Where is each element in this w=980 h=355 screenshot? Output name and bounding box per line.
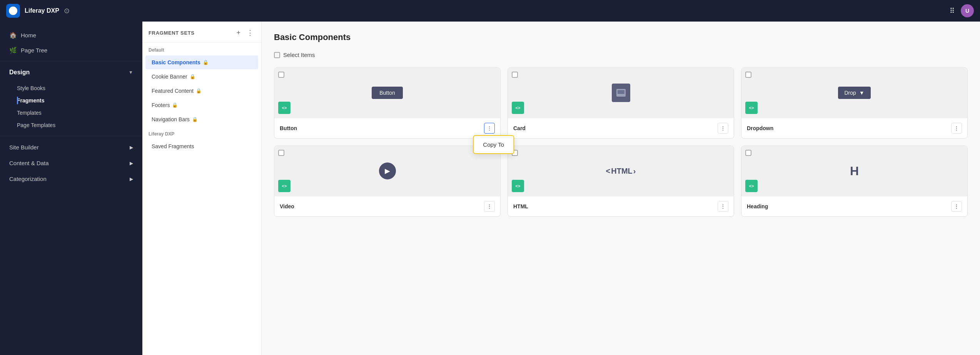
card-dropdown-preview: <> Drop ▼: [741, 68, 967, 118]
home-icon: 🏠: [9, 32, 17, 39]
svg-rect-2: [618, 95, 622, 95]
content-data-label: Content & Data: [9, 160, 49, 166]
button-menu-button[interactable]: ⋮: [484, 123, 495, 134]
select-items-row: Select Items: [274, 52, 968, 58]
active-bar: [17, 97, 18, 104]
sidebar-item-fragments[interactable]: Fragments: [17, 94, 142, 107]
sidebar-item-page-tree-label: Page Tree: [21, 47, 47, 54]
video-menu-button[interactable]: ⋮: [484, 201, 495, 212]
card-video-preview: <> ▶: [274, 146, 500, 196]
footers-label: Footers: [152, 102, 170, 108]
panel-header-title: FRAGMENT SETS: [149, 30, 195, 36]
sidebar-item-site-builder[interactable]: Site Builder ▶: [0, 139, 142, 155]
card-menu-button[interactable]: ⋮: [718, 123, 728, 134]
fragments-item-wrap: Fragments: [17, 94, 142, 107]
sidebar-item-style-books[interactable]: Style Books: [17, 82, 142, 94]
style-books-label: Style Books: [17, 85, 45, 91]
panel-item-navigation-bars[interactable]: Navigation Bars 🔒: [145, 112, 258, 126]
dropdown-card-checkbox[interactable]: [745, 72, 751, 78]
card-card-preview: <>: [508, 68, 734, 118]
video-card-checkbox[interactable]: [278, 150, 284, 156]
panel-section-default: Default: [142, 43, 261, 55]
sidebar-item-page-tree[interactable]: 🌿 Page Tree: [0, 43, 142, 58]
sidebar-item-home[interactable]: 🏠 Home: [0, 28, 142, 43]
heading-card-name: Heading: [747, 203, 768, 209]
panel-header-actions: + ⋮: [235, 28, 255, 38]
html-card-name: HTML: [513, 203, 528, 209]
card-card: <> Card ⋮: [508, 67, 734, 139]
topbar: Liferay DXP ⊙ ⠿ U: [0, 0, 980, 22]
content-data-arrow-icon: ▶: [130, 161, 133, 166]
fragment-set-menu-button[interactable]: ⋮: [245, 28, 255, 38]
video-card-name: Video: [280, 203, 294, 209]
sidebar-design-section[interactable]: Design ▼: [0, 64, 142, 80]
lock-icon-cookie: 🔒: [190, 74, 195, 79]
avatar[interactable]: U: [961, 4, 974, 17]
compass-icon[interactable]: ⊙: [64, 7, 70, 15]
dropdown-menu-button[interactable]: ⋮: [951, 123, 962, 134]
panel-item-footers[interactable]: Footers 🔒: [145, 98, 258, 112]
lock-icon-footers: 🔒: [172, 102, 178, 108]
select-items-label: Select Items: [283, 52, 315, 58]
grid-icon[interactable]: ⠿: [950, 7, 955, 15]
panel-item-saved-fragments[interactable]: Saved Fragments: [145, 139, 258, 153]
card-button-preview: <> Button: [274, 68, 500, 118]
video-code-icon[interactable]: <>: [278, 180, 290, 192]
fragment-sets-panel: FRAGMENT SETS + ⋮ Default Basic Componen…: [142, 22, 262, 355]
cards-grid: <> Button Button ⋮ Copy To <>: [274, 67, 968, 217]
svg-rect-1: [618, 90, 624, 94]
copy-to-popup[interactable]: Copy To: [473, 135, 514, 154]
sidebar-item-templates[interactable]: Templates: [17, 107, 142, 119]
select-all-checkbox[interactable]: [274, 52, 280, 58]
dropdown-preview-label: Drop ▼: [838, 87, 870, 99]
lock-icon-nav: 🔒: [192, 117, 198, 122]
site-builder-label: Site Builder: [9, 144, 39, 151]
heading-code-icon[interactable]: <>: [745, 180, 758, 192]
templates-label: Templates: [17, 110, 42, 116]
card-card-name: Card: [513, 125, 526, 131]
panel-item-featured-content[interactable]: Featured Content 🔒: [145, 84, 258, 98]
dropdown-arrow-icon: ▼: [859, 90, 865, 96]
topbar-right: ⠿ U: [950, 4, 974, 17]
design-chevron-icon: ▼: [129, 70, 133, 75]
card-card-footer: Card ⋮: [508, 118, 734, 138]
navigation-bars-label: Navigation Bars: [152, 116, 190, 122]
categorization-label: Categorization: [9, 176, 47, 182]
cookie-banner-label: Cookie Banner: [152, 74, 187, 80]
html-code-icon[interactable]: <>: [512, 180, 524, 192]
card-preview-icon: [612, 84, 630, 102]
panel-item-cookie-banner[interactable]: Cookie Banner 🔒: [145, 70, 258, 84]
card-card-checkbox[interactable]: [512, 72, 518, 78]
button-card-checkbox[interactable]: [278, 72, 284, 78]
card-heading: <> H Heading ⋮: [741, 146, 968, 217]
app-logo[interactable]: [6, 4, 20, 18]
button-preview-label: Button: [372, 87, 402, 99]
sidebar-item-page-templates[interactable]: Page Templates: [17, 119, 142, 131]
card-code-icon[interactable]: <>: [512, 102, 524, 114]
lock-icon-featured: 🔒: [196, 88, 202, 94]
panel-item-basic-components[interactable]: Basic Components 🔒: [145, 55, 258, 69]
design-label: Design: [9, 69, 30, 76]
sidebar-nav: 🏠 Home 🌿 Page Tree Design ▼ Style Books …: [0, 22, 142, 193]
lock-icon-basic: 🔒: [203, 60, 209, 65]
page-tree-icon: 🌿: [9, 47, 17, 54]
dropdown-code-icon[interactable]: <>: [745, 102, 758, 114]
dropdown-card-name: Dropdown: [747, 125, 773, 131]
sidebar-item-categorization[interactable]: Categorization ▶: [0, 171, 142, 187]
page-templates-label: Page Templates: [17, 122, 55, 128]
sidebar-item-content-data[interactable]: Content & Data ▶: [0, 155, 142, 171]
button-card-name: Button: [280, 125, 297, 131]
heading-card-checkbox[interactable]: [745, 150, 751, 156]
button-code-icon[interactable]: <>: [278, 102, 290, 114]
card-html: <> < HTML › HTML ⋮: [508, 146, 734, 217]
card-button: <> Button Button ⋮ Copy To: [274, 67, 501, 139]
html-left-bracket: <: [606, 167, 611, 176]
sidebar: 🏠 Home 🌿 Page Tree Design ▼ Style Books …: [0, 22, 142, 355]
heading-menu-button[interactable]: ⋮: [951, 201, 962, 212]
app-title: Liferay DXP: [25, 7, 59, 14]
html-menu-button[interactable]: ⋮: [718, 201, 728, 212]
site-builder-arrow-icon: ▶: [130, 145, 133, 150]
add-fragment-set-button[interactable]: +: [235, 28, 242, 38]
card-html-footer: HTML ⋮: [508, 196, 734, 216]
design-subsection: Style Books Fragments Templates Page Tem…: [0, 80, 142, 133]
